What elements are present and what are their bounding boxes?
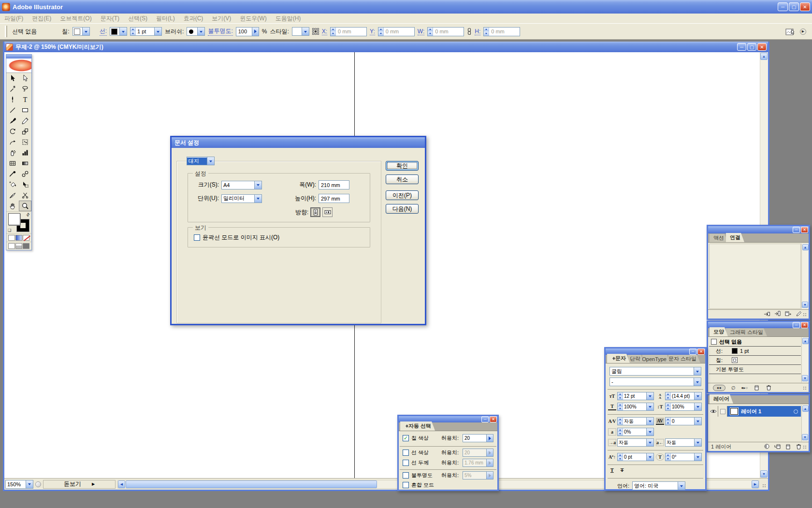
links-list[interactable] (709, 244, 801, 309)
menu-window[interactable]: 윈도우(W) (235, 15, 271, 23)
y-label[interactable]: Y: (370, 28, 375, 35)
tab-actions[interactable]: 액션 (710, 234, 728, 242)
brush-combo[interactable] (187, 27, 205, 36)
scroll-left-button[interactable]: ◀ (118, 480, 125, 488)
reference-point-icon[interactable] (312, 28, 319, 35)
warp-tool[interactable] (6, 137, 19, 147)
layer-target-icon[interactable] (794, 409, 798, 414)
tab-links[interactable]: 연결 (726, 233, 744, 242)
scroll-up-button[interactable]: ▲ (802, 338, 809, 344)
selection-tool[interactable] (6, 73, 19, 84)
maximize-button[interactable]: ▢ (789, 2, 799, 11)
scroll-right-button[interactable]: ▶ (752, 480, 759, 488)
palette-minimize-button[interactable]: ─ (481, 416, 489, 422)
links-palette-titlebar[interactable]: ─ ✕ (708, 226, 809, 233)
reduce-to-basic-appearance-button[interactable]: ●▸○ (741, 386, 748, 390)
update-link-icon[interactable] (785, 311, 791, 318)
tab-character-styles[interactable]: 문자 스타일 (668, 355, 700, 363)
paintbrush-tool[interactable] (6, 116, 19, 126)
tab-appearance[interactable]: 모양 (710, 327, 728, 336)
scroll-up-button[interactable]: ▲ (802, 406, 809, 412)
style-combo[interactable] (292, 27, 309, 36)
direct-selection-tool[interactable] (19, 73, 31, 84)
palette-close-button[interactable]: ✕ (801, 322, 808, 328)
palette-close-button[interactable]: ✕ (697, 348, 705, 355)
tab-layers[interactable]: 레이어 (710, 394, 733, 404)
x-label[interactable]: X: (322, 28, 327, 35)
font-style-combo[interactable]: - (609, 377, 701, 386)
palette-minimize-button[interactable]: ─ (793, 227, 800, 233)
tab-graphic-styles[interactable]: 그래픽 스타일 (726, 328, 767, 336)
blend-tool[interactable] (19, 169, 31, 179)
lock-toggle[interactable] (718, 406, 727, 417)
units-combo[interactable]: 밀리미터 (221, 194, 262, 203)
color-fill-button[interactable] (8, 235, 15, 241)
layer-row[interactable]: 레이어 1 (709, 406, 801, 417)
minimize-button[interactable]: ─ (778, 2, 788, 11)
palette-close-button[interactable]: ✕ (490, 416, 497, 422)
y-field[interactable]: 0 mm (378, 27, 415, 36)
magic-wand-tool[interactable] (6, 84, 19, 94)
landscape-orientation-button[interactable] (322, 207, 333, 217)
tab-paragraph[interactable]: 단락 (628, 355, 644, 363)
palette-resize-grip[interactable] (803, 386, 808, 391)
scroll-down-button[interactable]: ▼ (802, 434, 808, 440)
fullscreen-button[interactable] (23, 243, 29, 249)
gradient-fill-button[interactable] (15, 235, 22, 241)
scrollbar-thumb[interactable] (126, 480, 377, 488)
palette-close-button[interactable]: ✕ (801, 227, 808, 233)
pen-tool[interactable] (6, 94, 19, 105)
doc-minimize-button[interactable]: ─ (737, 43, 746, 51)
dialog-section-combo[interactable]: 대지 (187, 157, 215, 165)
make-clipping-mask-button[interactable] (764, 443, 770, 450)
doc-restore-button[interactable]: ▢ (747, 43, 756, 51)
baseline-shift-combo[interactable]: 0 pt (617, 453, 654, 461)
appearance-row-fill[interactable]: 칠: (709, 356, 801, 365)
h-label[interactable]: H: (475, 28, 480, 35)
menu-filter[interactable]: 필터(L) (152, 15, 179, 23)
menu-edit[interactable]: 편집(E) (28, 15, 56, 23)
line-segment-tool[interactable] (6, 105, 19, 116)
duplicate-item-button[interactable] (754, 384, 760, 392)
clear-appearance-button[interactable]: ∅ (731, 385, 736, 391)
relink-icon[interactable] (764, 311, 770, 318)
leading-combo[interactable]: (14.4 pt) (665, 392, 702, 400)
scale-tool[interactable] (19, 126, 31, 137)
menu-select[interactable]: 선택(S) (124, 15, 152, 23)
vertical-scale-combo[interactable]: 100% (617, 403, 654, 411)
aki-left-combo[interactable]: 자동 (617, 438, 654, 447)
palette-minimize-button[interactable]: ─ (689, 348, 696, 355)
next-button[interactable]: 다음(N) (386, 204, 419, 214)
arrow-right-icon[interactable] (486, 435, 493, 442)
type-tool[interactable]: T (19, 94, 31, 105)
scissors-tool[interactable] (19, 190, 31, 201)
eyedropper-tool[interactable] (6, 169, 19, 179)
edit-original-icon[interactable] (796, 311, 802, 318)
width-field[interactable]: 210 mm (319, 180, 349, 189)
font-family-combo[interactable]: 굴림 (609, 367, 701, 376)
menu-view[interactable]: 보기(V) (207, 15, 235, 23)
palette-resize-grip[interactable] (803, 445, 808, 450)
swap-fill-stroke-icon[interactable]: ⇄ (25, 212, 31, 218)
blend-mode-checkbox[interactable] (403, 482, 409, 488)
ok-button[interactable]: 확인 (386, 161, 419, 171)
language-combo[interactable]: 영어: 미국 (632, 481, 685, 490)
new-art-maintains-appearance-button[interactable]: ●● (713, 385, 725, 391)
portrait-orientation-button[interactable] (310, 207, 320, 217)
menu-effect[interactable]: 효과(C) (179, 15, 208, 23)
w-label[interactable]: W: (418, 28, 424, 35)
delete-layer-button[interactable] (796, 443, 802, 450)
fullscreen-menu-button[interactable] (15, 243, 22, 249)
scroll-down-button[interactable]: ▼ (802, 302, 808, 308)
default-fill-stroke-icon[interactable]: ❏ (8, 228, 11, 232)
link-dimensions-icon[interactable] (467, 28, 472, 35)
scroll-down-button[interactable]: ▼ (760, 470, 768, 478)
control-bar-menu-button[interactable]: ▶ (800, 29, 806, 35)
x-field[interactable]: 0 mm (330, 27, 367, 36)
strikethrough-button[interactable]: T (621, 467, 624, 473)
symbol-sprayer-tool[interactable] (6, 147, 19, 158)
fill-indicator-swatch[interactable] (8, 213, 20, 225)
font-size-combo[interactable]: 12 pt (617, 392, 654, 400)
height-field[interactable]: 297 mm (319, 194, 349, 203)
arrow-right-icon[interactable] (252, 28, 259, 36)
